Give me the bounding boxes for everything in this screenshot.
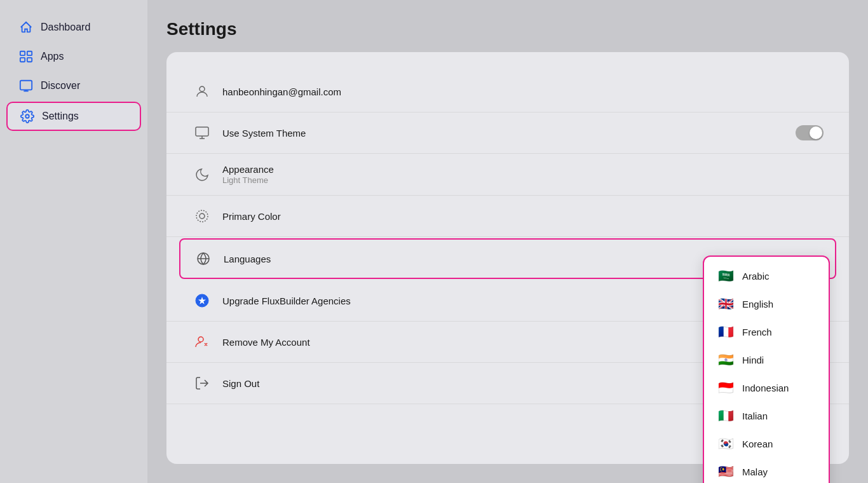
apps-icon [19,50,33,64]
sidebar-item-label: Settings [42,111,79,122]
svg-point-6 [200,86,205,92]
upgrade-label[interactable]: Upgrade FluxBuilder Agencies [222,296,351,306]
svg-rect-1 [27,51,32,55]
language-label-english: English [742,299,773,310]
svg-point-8 [200,214,205,219]
language-item-indonesian[interactable]: 🇮🇩 Indonesian [704,374,829,402]
moon-icon [192,165,212,185]
flag-french: 🇫🇷 [717,324,735,339]
appearance-label: Appearance [222,164,274,175]
page-title: Settings [166,19,849,39]
home-icon [19,20,33,34]
settings-icon [20,109,34,123]
svg-point-12 [198,337,203,342]
sidebar-item-apps[interactable]: Apps [6,43,141,70]
email-label: hanbeonhingan@gmail.com [222,86,341,97]
language-label-hindi: Hindi [742,355,764,365]
settings-panel: hanbeonhingan@gmail.com Use System Theme [166,52,849,464]
settings-row-email: hanbeonhingan@gmail.com [166,71,849,112]
sidebar-item-discover[interactable]: Discover [6,72,141,99]
language-label-korean: Korean [742,439,773,449]
settings-row-color: Primary Color [166,196,849,237]
languages-label: Languages [224,254,271,264]
language-item-english[interactable]: 🇬🇧 English [704,290,829,318]
settings-row-theme: Use System Theme [166,112,849,154]
svg-rect-7 [196,127,208,136]
globe-icon [193,248,214,269]
flag-english: 🇬🇧 [717,296,735,311]
svg-rect-4 [20,81,32,90]
flag-korean: 🇰🇷 [717,436,735,451]
discover-icon [19,79,33,93]
svg-point-5 [25,114,29,118]
user-icon [192,81,212,102]
svg-rect-0 [20,51,25,55]
svg-rect-3 [27,58,32,62]
signout-icon [192,373,212,393]
language-item-italian[interactable]: 🇮🇹 Italian [704,402,829,430]
signout-label: Sign Out [222,378,259,389]
remove-label[interactable]: Remove My Account [222,337,310,348]
language-label-arabic: Arabic [742,271,770,282]
language-item-arabic[interactable]: 🇸🇦 Arabic [704,262,829,290]
language-item-hindi[interactable]: 🇮🇳 Hindi [704,346,829,374]
theme-toggle[interactable] [796,125,824,140]
remove-user-icon [192,332,212,352]
system-theme-toggle[interactable] [796,125,824,140]
flag-malay: 🇲🇾 [717,464,735,479]
theme-label: Use System Theme [222,128,306,139]
language-dropdown: 🇸🇦 Arabic 🇬🇧 English 🇫🇷 French 🇮🇳 Hindi … [703,255,830,483]
monitor-icon [192,123,212,143]
sidebar-item-settings[interactable]: Settings [6,102,141,131]
flag-hindi: 🇮🇳 [717,352,735,367]
sidebar-item-dashboard[interactable]: Dashboard [6,14,141,41]
svg-point-9 [196,210,208,222]
main-content: Settings hanbeonhingan@gmail.com Use Sys… [147,0,868,483]
flag-arabic: 🇸🇦 [717,268,735,283]
language-label-french: French [742,327,772,337]
flag-italian: 🇮🇹 [717,408,735,423]
color-label: Primary Color [222,211,281,222]
language-item-malay[interactable]: 🇲🇾 Malay [704,458,829,483]
settings-row-appearance: Appearance Light Theme [166,154,849,196]
language-label-italian: Italian [742,411,768,421]
sidebar-item-label: Dashboard [41,22,90,33]
language-label-malay: Malay [742,466,768,477]
language-item-french[interactable]: 🇫🇷 French [704,318,829,346]
svg-rect-2 [20,58,25,62]
language-item-korean[interactable]: 🇰🇷 Korean [704,430,829,458]
sidebar: Dashboard Apps Discover Se [0,0,147,483]
sidebar-item-label: Apps [41,51,64,62]
language-label-indonesian: Indonesian [742,383,789,393]
star-icon [192,290,212,311]
flag-indonesian: 🇮🇩 [717,380,735,395]
color-icon [192,206,212,226]
appearance-sublabel: Light Theme [222,175,274,185]
sidebar-item-label: Discover [41,80,80,92]
